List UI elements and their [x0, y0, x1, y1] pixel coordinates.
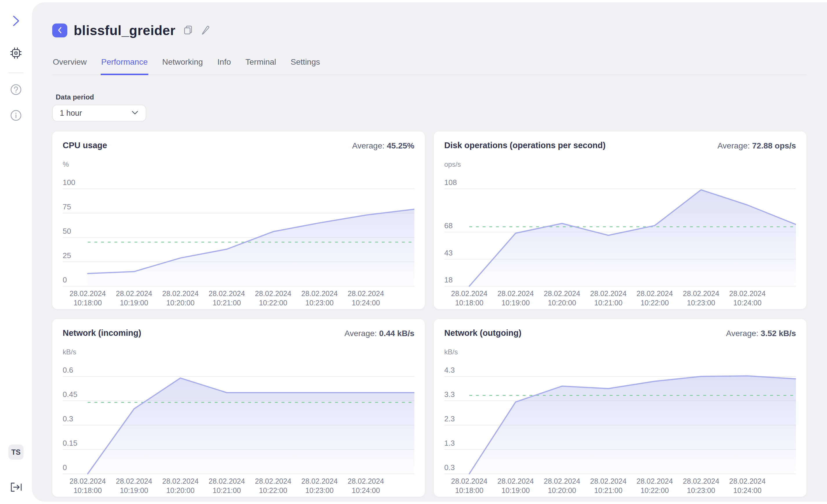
- chart-average: Average:0.44 kB/s: [344, 326, 415, 338]
- data-period-select[interactable]: 1 hour: [52, 105, 146, 121]
- main-content: blissful_greider Overview Pe: [32, 2, 827, 502]
- copy-icon: [183, 25, 193, 36]
- sidebar-item-help[interactable]: [10, 83, 22, 97]
- svg-text:28.02.202410:21:00: 28.02.202410:21:00: [590, 477, 627, 494]
- svg-text:1.3: 1.3: [444, 439, 455, 447]
- svg-text:0.45: 0.45: [63, 390, 78, 399]
- tab-info[interactable]: Info: [217, 57, 232, 75]
- pencil-icon: [200, 25, 210, 36]
- svg-text:28.02.202410:24:00: 28.02.202410:24:00: [729, 477, 766, 494]
- svg-text:28.02.202410:23:00: 28.02.202410:23:00: [301, 289, 337, 307]
- y-axis-unit: kB/s: [444, 348, 796, 356]
- svg-text:28.02.202410:24:00: 28.02.202410:24:00: [348, 477, 384, 494]
- svg-text:28.02.202410:20:00: 28.02.202410:20:00: [544, 289, 580, 307]
- chevron-down-icon: [131, 110, 139, 116]
- svg-text:28.02.202410:21:00: 28.02.202410:21:00: [209, 289, 245, 307]
- disk-operations-chart: 10868431828.02.202410:18:0028.02.202410:…: [444, 173, 796, 307]
- svg-text:68: 68: [444, 221, 453, 230]
- sidebar: TS: [0, 0, 32, 504]
- tab-settings[interactable]: Settings: [290, 57, 321, 75]
- chevron-left-icon: [57, 26, 62, 35]
- svg-text:50: 50: [63, 227, 71, 235]
- page-title: blissful_greider: [74, 22, 176, 38]
- data-period-value: 1 hour: [60, 109, 82, 118]
- svg-text:100: 100: [63, 178, 75, 187]
- svg-text:2.3: 2.3: [444, 414, 455, 423]
- charts-grid: CPU usage Average:45.25% % 100755025028.…: [52, 131, 807, 497]
- sidebar-expand-button[interactable]: [11, 14, 21, 28]
- network-incoming-chart: 0.60.450.30.15028.02.202410:18:0028.02.2…: [63, 361, 415, 495]
- chart-average: Average:72.88 ops/s: [717, 138, 796, 151]
- sidebar-item-instances[interactable]: [10, 47, 22, 60]
- network-incoming-card: Network (incoming) Average:0.44 kB/s kB/…: [52, 319, 425, 497]
- chart-average: Average:3.52 kB/s: [726, 326, 796, 338]
- svg-text:28.02.202410:19:00: 28.02.202410:19:00: [116, 477, 152, 494]
- cpu-usage-card: CPU usage Average:45.25% % 100755025028.…: [52, 131, 425, 309]
- svg-text:75: 75: [63, 203, 71, 211]
- avatar-initials: TS: [11, 448, 20, 456]
- svg-text:28.02.202410:21:00: 28.02.202410:21:00: [590, 289, 627, 307]
- svg-text:3.3: 3.3: [444, 390, 455, 399]
- tab-networking[interactable]: Networking: [162, 57, 203, 75]
- question-circle-icon: [10, 83, 22, 97]
- svg-text:4.3: 4.3: [444, 366, 455, 374]
- chart-title: Disk operations (operations per second): [444, 138, 605, 150]
- copy-name-button[interactable]: [183, 25, 193, 36]
- svg-text:0.15: 0.15: [63, 439, 78, 447]
- chart-title: Network (outgoing): [444, 326, 522, 338]
- tab-overview[interactable]: Overview: [52, 57, 87, 75]
- logout-button[interactable]: [10, 482, 22, 493]
- svg-text:28.02.202410:19:00: 28.02.202410:19:00: [497, 477, 534, 494]
- svg-text:28.02.202410:22:00: 28.02.202410:22:00: [637, 477, 673, 494]
- tab-performance[interactable]: Performance: [101, 57, 148, 75]
- svg-text:28.02.202410:18:00: 28.02.202410:18:00: [451, 289, 487, 307]
- sidebar-divider: [8, 72, 23, 73]
- svg-text:108: 108: [444, 178, 457, 187]
- cpu-usage-chart: 100755025028.02.202410:18:0028.02.202410…: [63, 173, 415, 307]
- page-header: blissful_greider: [52, 22, 807, 38]
- svg-text:28.02.202410:22:00: 28.02.202410:22:00: [255, 477, 291, 494]
- svg-text:28.02.202410:22:00: 28.02.202410:22:00: [637, 289, 673, 307]
- avatar[interactable]: TS: [8, 445, 23, 460]
- filters: Data period 1 hour: [52, 93, 807, 121]
- data-period-label: Data period: [56, 93, 807, 101]
- svg-text:28.02.202410:19:00: 28.02.202410:19:00: [497, 289, 534, 307]
- svg-text:28.02.202410:23:00: 28.02.202410:23:00: [301, 477, 337, 494]
- back-button[interactable]: [52, 23, 67, 38]
- svg-text:0.3: 0.3: [63, 414, 73, 423]
- rename-button[interactable]: [200, 25, 210, 36]
- svg-text:28.02.202410:18:00: 28.02.202410:18:00: [69, 477, 106, 494]
- svg-text:18: 18: [444, 276, 453, 284]
- svg-text:25: 25: [63, 251, 71, 260]
- svg-text:28.02.202410:19:00: 28.02.202410:19:00: [116, 289, 152, 307]
- network-outgoing-card: Network (outgoing) Average:3.52 kB/s kB/…: [434, 319, 807, 497]
- chart-title: Network (incoming): [63, 326, 141, 338]
- chip-icon: [10, 47, 22, 60]
- svg-text:0: 0: [63, 463, 67, 472]
- svg-text:28.02.202410:23:00: 28.02.202410:23:00: [683, 477, 719, 494]
- svg-text:0.6: 0.6: [63, 366, 73, 374]
- y-axis-unit: ops/s: [444, 160, 796, 168]
- tab-bar: Overview Performance Networking Info Ter…: [52, 57, 807, 75]
- info-circle-icon: [10, 109, 22, 122]
- chevron-right-icon: [11, 14, 21, 28]
- svg-text:28.02.202410:18:00: 28.02.202410:18:00: [69, 289, 106, 307]
- svg-text:28.02.202410:24:00: 28.02.202410:24:00: [348, 289, 384, 307]
- sidebar-item-about[interactable]: [10, 109, 22, 122]
- svg-text:28.02.202410:18:00: 28.02.202410:18:00: [451, 477, 487, 494]
- svg-text:43: 43: [444, 248, 453, 257]
- tab-terminal[interactable]: Terminal: [245, 57, 277, 75]
- svg-text:28.02.202410:20:00: 28.02.202410:20:00: [162, 477, 198, 494]
- svg-text:28.02.202410:21:00: 28.02.202410:21:00: [209, 477, 245, 494]
- logout-icon: [10, 482, 22, 493]
- svg-text:28.02.202410:24:00: 28.02.202410:24:00: [729, 289, 766, 307]
- network-outgoing-chart: 4.33.32.31.30.328.02.202410:18:0028.02.2…: [444, 361, 796, 495]
- y-axis-unit: %: [63, 160, 415, 168]
- svg-text:0.3: 0.3: [444, 463, 455, 472]
- svg-text:28.02.202410:20:00: 28.02.202410:20:00: [162, 289, 198, 307]
- disk-operations-card: Disk operations (operations per second) …: [434, 131, 807, 309]
- svg-text:28.02.202410:20:00: 28.02.202410:20:00: [544, 477, 580, 494]
- svg-text:28.02.202410:22:00: 28.02.202410:22:00: [255, 289, 291, 307]
- chart-average: Average:45.25%: [352, 138, 415, 151]
- svg-text:28.02.202410:23:00: 28.02.202410:23:00: [683, 289, 719, 307]
